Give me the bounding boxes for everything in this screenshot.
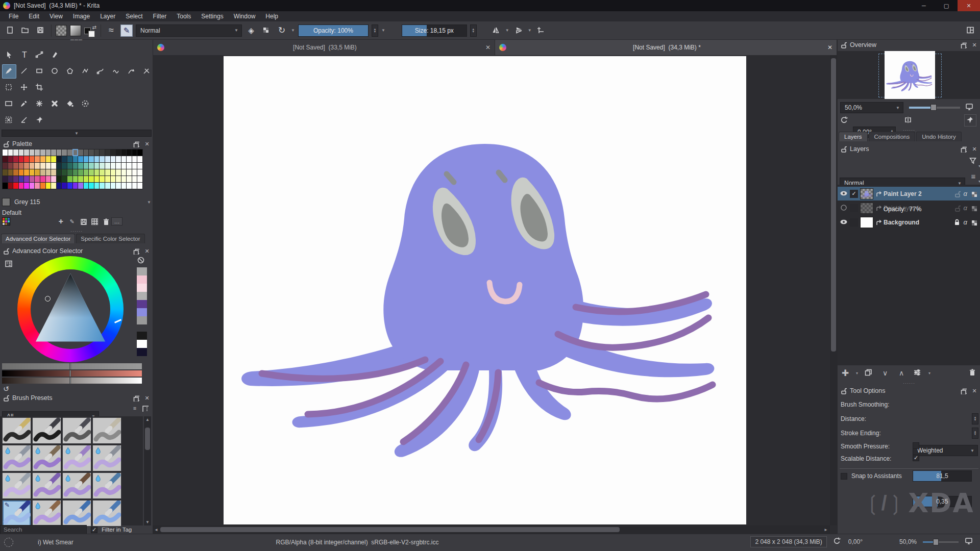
palette-swatch[interactable] xyxy=(51,163,56,169)
collapsed-toolbar-dropdown[interactable]: ▼ xyxy=(2,130,152,137)
palette-swatch[interactable] xyxy=(30,149,35,156)
alpha-lock-icon[interactable]: α xyxy=(964,190,967,197)
palette-swatch[interactable] xyxy=(116,156,121,162)
freehand-path-tool[interactable] xyxy=(109,64,124,79)
saturation-slider[interactable] xyxy=(2,370,142,377)
overview-zoom-dropdown[interactable]: 50,0%▼ xyxy=(840,102,903,113)
palette-swatch[interactable] xyxy=(94,163,100,169)
palette-swatch[interactable] xyxy=(19,176,24,182)
visibility-eye-icon[interactable] xyxy=(840,204,848,212)
palette-swatch[interactable] xyxy=(46,156,51,162)
blending-mode-dropdown[interactable]: Normal▼ xyxy=(136,24,242,37)
palette-swatch[interactable] xyxy=(132,163,137,169)
palette-swatch[interactable] xyxy=(121,183,127,189)
palette-swatch[interactable] xyxy=(3,169,8,176)
brush-preset[interactable] xyxy=(92,445,121,471)
palette-swatch[interactable] xyxy=(94,149,100,156)
layer-filter-icon[interactable]: ▾ xyxy=(967,155,979,167)
delete-layer-button[interactable] xyxy=(967,367,978,379)
palette-swatch[interactable] xyxy=(30,183,35,189)
palette-swatch[interactable] xyxy=(35,183,40,189)
palette-swatch[interactable] xyxy=(8,169,13,176)
palette-swatch[interactable] xyxy=(105,163,110,169)
duplicate-layer-button[interactable] xyxy=(863,367,874,379)
palette-swatch[interactable] xyxy=(57,169,62,176)
palette-swatch[interactable] xyxy=(57,176,62,182)
palette-swatch[interactable] xyxy=(35,176,40,182)
move-tool[interactable] xyxy=(17,81,32,95)
no-color-icon[interactable] xyxy=(137,256,145,266)
save-button[interactable] xyxy=(35,24,47,37)
polygon-tool[interactable] xyxy=(63,64,78,79)
advanced-selector-docker-header[interactable]: Advanced Color Selector ✕ xyxy=(0,246,153,256)
overview-zoom-slider[interactable] xyxy=(909,107,960,109)
palette-swatch[interactable] xyxy=(46,176,51,182)
canvas-horizontal-scrollbar[interactable]: ◄ ► xyxy=(153,525,830,534)
palette-swatch[interactable] xyxy=(127,156,132,162)
palette-swatch[interactable] xyxy=(89,163,94,169)
palette-swatch[interactable] xyxy=(62,156,67,162)
rotate-reset-icon[interactable] xyxy=(840,116,848,124)
text-tool[interactable]: T xyxy=(17,48,32,62)
palette-swatch[interactable] xyxy=(51,169,56,176)
palette-swatch[interactable] xyxy=(13,149,18,156)
palette-swatch[interactable] xyxy=(137,176,142,182)
float-docker-icon[interactable] xyxy=(132,140,140,148)
palette-swatch-grid[interactable] xyxy=(2,149,143,189)
palette-swatch[interactable] xyxy=(84,176,89,182)
float-docker-icon[interactable] xyxy=(132,394,140,402)
docker-splitter[interactable]: ······ xyxy=(0,230,153,233)
mirror-horizontal-button[interactable] xyxy=(490,24,502,37)
add-layer-button[interactable]: ✚ xyxy=(840,367,851,379)
menu-item-view[interactable]: View xyxy=(45,12,67,21)
distance-spinner[interactable]: ▲▼ xyxy=(972,413,978,424)
palette-swatch[interactable] xyxy=(137,163,142,169)
close-docker-icon[interactable]: ✕ xyxy=(143,394,151,402)
palette-name-dropdown-arrow[interactable]: ▼ xyxy=(147,200,151,205)
palette-swatch[interactable] xyxy=(35,149,40,156)
palette-swatch[interactable] xyxy=(30,156,35,162)
canvas[interactable] xyxy=(224,56,746,524)
palette-swatch[interactable] xyxy=(132,183,137,189)
delete-swatch-button[interactable] xyxy=(100,217,111,226)
tool-options-docker-header[interactable]: Tool Options ✕ xyxy=(838,386,980,396)
opacity-spinner[interactable]: ▲▼ xyxy=(372,24,378,37)
palette-swatch[interactable] xyxy=(111,156,116,162)
palette-swatch[interactable] xyxy=(35,163,40,169)
palette-swatch[interactable] xyxy=(51,183,56,189)
zoom-to-fit-icon[interactable] xyxy=(965,537,974,547)
history-color-swatch[interactable] xyxy=(137,340,147,348)
float-docker-icon[interactable] xyxy=(959,387,967,395)
toolbox-handle[interactable]: ▔▔▔ xyxy=(0,41,153,44)
palette-swatch[interactable] xyxy=(78,149,83,156)
palette-swatch[interactable] xyxy=(137,183,142,189)
history-color-swatch[interactable] xyxy=(137,332,147,340)
brush-preset[interactable] xyxy=(62,472,91,499)
value-slider[interactable] xyxy=(2,378,142,384)
close-docker-icon[interactable]: ✕ xyxy=(970,41,978,49)
palette-swatch[interactable] xyxy=(8,183,13,189)
mirror-horizontal-options-arrow[interactable]: ▼ xyxy=(505,28,509,33)
minimize-button[interactable]: ─ xyxy=(913,0,935,11)
layer-checkbox[interactable] xyxy=(850,218,858,227)
palette-swatch[interactable] xyxy=(121,156,127,162)
color-history-strip[interactable] xyxy=(137,267,147,324)
distance-slider[interactable]: 81,5 xyxy=(913,470,972,482)
brush-preset[interactable] xyxy=(92,417,121,444)
palette-swatch[interactable] xyxy=(67,163,72,169)
palette-swatch[interactable] xyxy=(19,149,24,156)
layer-options-menu-icon[interactable]: ≡▾ xyxy=(967,170,979,182)
scalable-distance-checkbox[interactable]: ✓ xyxy=(913,455,919,461)
palette-swatch[interactable] xyxy=(127,169,132,176)
swap-colors-icon[interactable]: ⇄ xyxy=(92,24,96,30)
palette-swatch[interactable] xyxy=(105,169,110,176)
palette-swatch[interactable] xyxy=(116,176,121,182)
history-color-swatch[interactable] xyxy=(137,300,147,308)
docker-splitter[interactable]: ······ xyxy=(838,382,980,385)
palette-swatch[interactable] xyxy=(111,176,116,182)
visibility-eye-icon[interactable] xyxy=(840,190,848,198)
palette-swatch[interactable] xyxy=(67,156,72,162)
new-document-button[interactable] xyxy=(4,24,16,37)
scrollbar-thumb[interactable] xyxy=(831,58,836,352)
palette-swatch[interactable] xyxy=(40,156,45,162)
